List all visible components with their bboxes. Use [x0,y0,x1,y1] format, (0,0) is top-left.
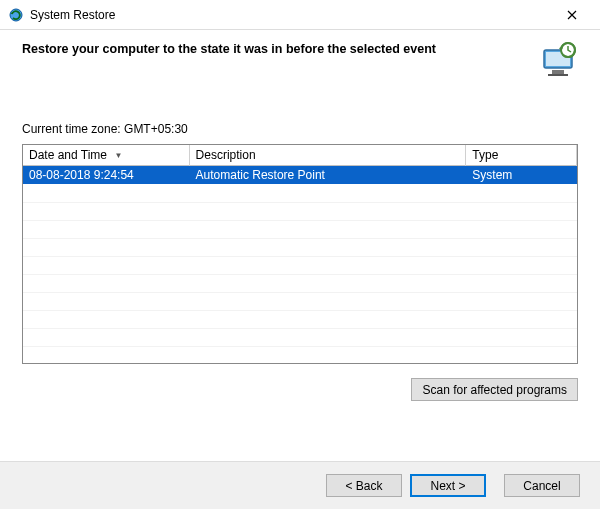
button-label: Next > [430,479,465,493]
table-row-empty [23,274,577,292]
column-label: Description [196,148,256,162]
cancel-button[interactable]: Cancel [504,474,580,497]
header-area: Restore your computer to the state it wa… [0,30,600,98]
svg-rect-4 [548,74,568,76]
cell-datetime: 08-08-2018 9:24:54 [23,166,189,185]
next-button[interactable]: Next > [410,474,486,497]
titlebar: System Restore [0,0,600,30]
table-row-empty [23,238,577,256]
table-row-empty [23,220,577,238]
restore-point-table[interactable]: Date and Time ▼ Description Type 08-08-2… [22,144,578,364]
column-header-type[interactable]: Type [466,145,577,166]
close-button[interactable] [552,1,592,29]
system-restore-icon [8,7,24,23]
window-title: System Restore [30,8,552,22]
restore-monitor-icon [538,40,578,80]
column-header-description[interactable]: Description [189,145,466,166]
column-label: Date and Time [29,148,107,162]
cell-description: Automatic Restore Point [189,166,466,185]
table-row-empty [23,310,577,328]
table-row-empty [23,256,577,274]
table-row[interactable]: 08-08-2018 9:24:54Automatic Restore Poin… [23,166,577,185]
page-heading: Restore your computer to the state it wa… [22,42,436,56]
cell-type: System [466,166,577,185]
button-label: Cancel [523,479,560,493]
svg-rect-3 [552,70,564,74]
back-button[interactable]: < Back [326,474,402,497]
column-label: Type [472,148,498,162]
button-label: Scan for affected programs [422,383,567,397]
wizard-button-bar: < Back Next > Cancel [0,461,600,509]
table-row-empty [23,292,577,310]
table-row-empty [23,346,577,364]
table-row-empty [23,202,577,220]
column-header-datetime[interactable]: Date and Time ▼ [23,145,189,166]
sort-desc-icon: ▼ [114,151,122,160]
table-row-empty [23,328,577,346]
timezone-label: Current time zone: GMT+05:30 [22,122,578,136]
button-label: < Back [345,479,382,493]
scan-affected-button[interactable]: Scan for affected programs [411,378,578,401]
table-row-empty [23,184,577,202]
